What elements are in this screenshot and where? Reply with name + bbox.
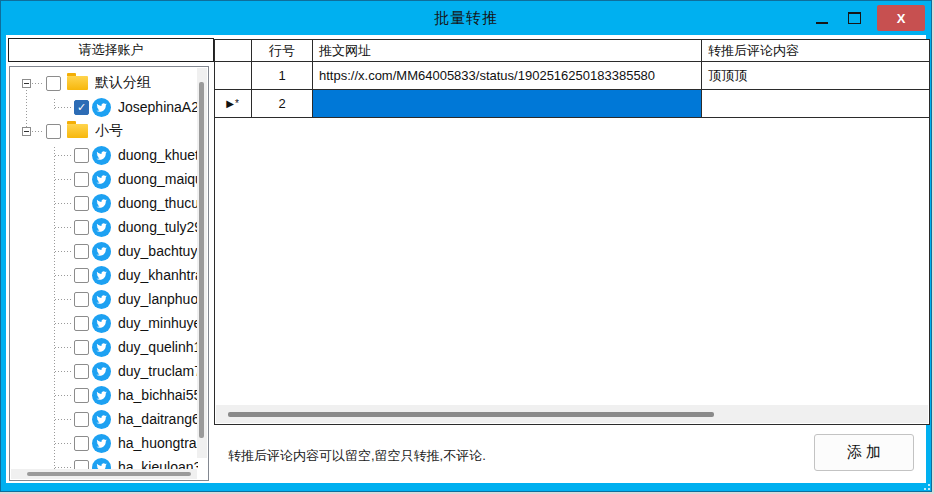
account-checkbox[interactable] bbox=[74, 196, 89, 211]
tree-connector-line bbox=[55, 107, 72, 108]
tree-vertical-scrollbar[interactable] bbox=[197, 68, 207, 458]
twitter-icon bbox=[92, 98, 111, 117]
close-button[interactable]: X bbox=[877, 5, 925, 31]
account-checkbox[interactable] bbox=[74, 292, 89, 307]
window-title: 批量转推 bbox=[1, 9, 931, 28]
tree-connector-line bbox=[55, 419, 72, 420]
tree-connector-line bbox=[55, 323, 72, 324]
tree-connector-line bbox=[55, 203, 72, 204]
tree-vertical-scrollbar-thumb[interactable] bbox=[199, 82, 204, 438]
twitter-icon bbox=[92, 410, 111, 429]
account-checkbox[interactable] bbox=[74, 220, 89, 235]
tree-node-account[interactable]: ha_bichhai5543 bbox=[10, 383, 198, 407]
account-checkbox[interactable] bbox=[74, 148, 89, 163]
account-label: duong_maiquy bbox=[118, 171, 198, 187]
grid-horizontal-scrollbar-thumb[interactable] bbox=[228, 412, 714, 417]
twitter-icon bbox=[92, 434, 111, 453]
tree-node-account[interactable]: duong_thucuye bbox=[10, 191, 198, 215]
account-checkbox[interactable] bbox=[74, 436, 89, 451]
account-checkbox[interactable] bbox=[74, 364, 89, 379]
caption-buttons: X bbox=[807, 1, 925, 35]
grid-header-cell[interactable] bbox=[215, 40, 252, 62]
tree-connector-line bbox=[55, 299, 72, 300]
account-label: duong_thucuye bbox=[118, 195, 198, 211]
cell-comment[interactable]: 顶顶顶 bbox=[702, 62, 929, 90]
cell-line-number[interactable]: 2 bbox=[252, 90, 313, 118]
account-label: duong_khuetru bbox=[118, 147, 198, 163]
accounts-panel-header: 请选择账户 bbox=[8, 38, 214, 62]
tree-node-account[interactable]: duy_truclam75 bbox=[10, 359, 198, 383]
twitter-icon bbox=[92, 314, 111, 333]
tree-node-account[interactable]: duong_khuetru bbox=[10, 143, 198, 167]
retweet-grid[interactable]: 行号推文网址转推后评论内容 1https://x.com/MM64005833/… bbox=[214, 39, 930, 425]
twitter-icon bbox=[92, 386, 111, 405]
account-checkbox[interactable]: ✓ bbox=[74, 100, 89, 115]
resize-grip[interactable] bbox=[920, 480, 930, 490]
tree-horizontal-scrollbar[interactable] bbox=[11, 469, 197, 479]
tree-horizontal-scrollbar-thumb[interactable] bbox=[27, 472, 191, 476]
twitter-icon bbox=[92, 242, 111, 261]
tree-connector-line bbox=[55, 347, 72, 348]
cell-comment[interactable] bbox=[702, 90, 929, 118]
cell-tweet-url[interactable]: https://x.com/MM64005833/status/19025162… bbox=[313, 62, 702, 90]
titlebar[interactable]: 批量转推 X bbox=[1, 1, 931, 35]
account-checkbox[interactable] bbox=[74, 316, 89, 331]
twitter-icon bbox=[92, 338, 111, 357]
account-label: duy_khanhtran bbox=[118, 267, 198, 283]
cell-line-number[interactable]: 1 bbox=[252, 62, 313, 90]
maximize-button[interactable] bbox=[837, 5, 871, 31]
tree-node-account[interactable]: ha_huongtra29 bbox=[10, 431, 198, 455]
grid-header-cell[interactable]: 转推后评论内容 bbox=[702, 40, 929, 62]
tree-node-account[interactable]: duy_lanphuong bbox=[10, 287, 198, 311]
grid-horizontal-scrollbar[interactable] bbox=[216, 405, 928, 423]
tree-node-account[interactable]: duong_maiquy bbox=[10, 167, 198, 191]
expand-collapse-icon[interactable] bbox=[22, 127, 31, 136]
minimize-button[interactable] bbox=[807, 5, 837, 31]
row-indicator-cell[interactable]: ▶* bbox=[215, 90, 252, 118]
group-checkbox[interactable] bbox=[46, 124, 61, 139]
account-label: duy_minhuyen5 bbox=[118, 315, 198, 331]
tree-connector-line bbox=[32, 131, 44, 132]
grid-header-cell[interactable]: 行号 bbox=[252, 40, 313, 62]
tree-node-account[interactable]: duy_quelinh13 bbox=[10, 335, 198, 359]
tree-node-group[interactable]: 小号 bbox=[10, 119, 198, 143]
tree-connector-line bbox=[55, 179, 72, 180]
account-tree-content: 默认分组✓JosephinaA259小号duong_khuetruduong_m… bbox=[10, 67, 198, 470]
tree-connector-line bbox=[55, 467, 72, 468]
account-label: ha_huongtra29 bbox=[118, 435, 198, 451]
grid-row: ▶*2 bbox=[215, 90, 929, 118]
tree-node-group[interactable]: 默认分组 bbox=[10, 71, 198, 95]
account-checkbox[interactable] bbox=[74, 340, 89, 355]
twitter-icon bbox=[92, 290, 111, 309]
tree-node-account[interactable]: duy_bachtuyet8 bbox=[10, 239, 198, 263]
twitter-icon bbox=[92, 170, 111, 189]
footer-hint: 转推后评论内容可以留空,留空只转推,不评论. bbox=[228, 447, 486, 465]
add-button[interactable]: 添 加 bbox=[814, 434, 914, 471]
account-checkbox[interactable] bbox=[74, 412, 89, 427]
tree-node-account[interactable]: duy_minhuyen5 bbox=[10, 311, 198, 335]
account-label: duy_bachtuyet8 bbox=[118, 243, 198, 259]
account-label: duong_tuly297 bbox=[118, 219, 198, 235]
account-checkbox[interactable] bbox=[74, 172, 89, 187]
tree-node-account[interactable]: ha_kieuloan317 bbox=[10, 455, 198, 470]
grid-row: 1https://x.com/MM64005833/status/1902516… bbox=[215, 62, 929, 90]
row-indicator-cell[interactable] bbox=[215, 62, 252, 90]
tree-node-account[interactable]: duong_tuly297 bbox=[10, 215, 198, 239]
group-checkbox[interactable] bbox=[46, 76, 61, 91]
account-label: duy_quelinh13 bbox=[118, 339, 198, 355]
grid-header-cell[interactable]: 推文网址 bbox=[313, 40, 702, 62]
account-checkbox[interactable] bbox=[74, 388, 89, 403]
tree-node-account[interactable]: duy_khanhtran bbox=[10, 263, 198, 287]
close-icon: X bbox=[897, 12, 906, 25]
tree-node-account[interactable]: ha_daitrang658 bbox=[10, 407, 198, 431]
cell-tweet-url[interactable] bbox=[313, 90, 702, 118]
tree-node-account[interactable]: ✓JosephinaA259 bbox=[10, 95, 198, 119]
tree-connector-line bbox=[55, 371, 72, 372]
account-checkbox[interactable] bbox=[74, 244, 89, 259]
client-area: 请选择账户 默认分组✓JosephinaA259小号duong_khuetrud… bbox=[6, 35, 926, 483]
account-tree[interactable]: 默认分组✓JosephinaA259小号duong_khuetruduong_m… bbox=[9, 66, 209, 481]
account-label: JosephinaA259 bbox=[118, 99, 198, 115]
account-checkbox[interactable] bbox=[74, 268, 89, 283]
expand-collapse-icon[interactable] bbox=[22, 79, 31, 88]
folder-icon bbox=[67, 124, 88, 138]
